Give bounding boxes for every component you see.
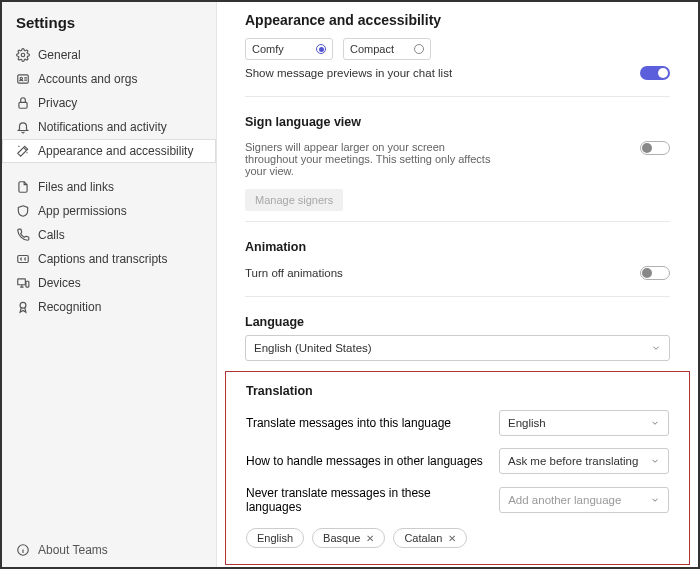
density-compact[interactable]: Compact — [343, 38, 431, 60]
divider — [245, 221, 670, 222]
language-select-value: English (United States) — [254, 342, 372, 354]
sidebar-item-notifications[interactable]: Notifications and activity — [2, 115, 216, 139]
devices-icon — [16, 276, 30, 290]
svg-point-0 — [21, 53, 25, 57]
sign-language-desc: Signers will appear larger on your scree… — [245, 141, 495, 177]
sidebar-item-accounts[interactable]: Accounts and orgs — [2, 67, 216, 91]
sidebar-item-privacy[interactable]: Privacy — [2, 91, 216, 115]
animation-toggle[interactable] — [640, 266, 670, 280]
settings-main[interactable]: Appearance and accessibility Comfy Compa… — [217, 2, 698, 567]
sign-language-title: Sign language view — [245, 115, 670, 129]
sidebar-item-recognition[interactable]: Recognition — [2, 295, 216, 319]
chip-label: Basque — [323, 532, 360, 544]
translation-title: Translation — [246, 384, 669, 398]
preview-label: Show message previews in your chat list — [245, 67, 452, 79]
language-title: Language — [245, 315, 670, 329]
radio-on-icon — [316, 44, 326, 54]
animation-title: Animation — [245, 240, 670, 254]
shield-icon — [16, 204, 30, 218]
chevron-down-icon — [650, 418, 660, 428]
chip-basque[interactable]: Basque ✕ — [312, 528, 385, 548]
svg-rect-3 — [19, 102, 27, 108]
gear-icon — [16, 48, 30, 62]
svg-point-2 — [20, 77, 22, 79]
sidebar-footer-label: About Teams — [38, 543, 108, 557]
sidebar-item-captions[interactable]: Captions and transcripts — [2, 247, 216, 271]
magic-wand-icon — [16, 144, 30, 158]
sidebar-item-general[interactable]: General — [2, 43, 216, 67]
sign-language-toggle[interactable] — [640, 141, 670, 155]
id-card-icon — [16, 72, 30, 86]
chip-catalan[interactable]: Catalan ✕ — [393, 528, 467, 548]
never-translate-chips: English Basque ✕ Catalan ✕ — [246, 528, 669, 548]
lock-icon — [16, 96, 30, 110]
animation-row: Turn off animations — [245, 260, 670, 286]
never-translate-select[interactable]: Add another language — [499, 487, 669, 513]
close-icon[interactable]: ✕ — [448, 533, 456, 544]
file-icon — [16, 180, 30, 194]
svg-rect-1 — [18, 75, 29, 83]
manage-signers-button[interactable]: Manage signers — [245, 189, 343, 211]
chevron-down-icon — [651, 343, 661, 353]
divider — [245, 296, 670, 297]
handle-messages-row: How to handle messages in other language… — [246, 442, 669, 480]
handle-messages-label: How to handle messages in other language… — [246, 454, 483, 468]
info-icon — [16, 543, 30, 557]
translation-section: Translation Translate messages into this… — [225, 371, 690, 565]
sidebar-item-label: Accounts and orgs — [38, 72, 137, 86]
density-compact-label: Compact — [350, 43, 394, 55]
sidebar-item-app-permissions[interactable]: App permissions — [2, 199, 216, 223]
density-options: Comfy Compact — [245, 38, 670, 60]
settings-sidebar: Settings General Accounts and orgs Priva… — [2, 2, 217, 567]
sidebar-item-label: Appearance and accessibility — [38, 144, 193, 158]
density-comfy[interactable]: Comfy — [245, 38, 333, 60]
captions-icon — [16, 252, 30, 266]
sidebar-item-label: General — [38, 48, 81, 62]
svg-rect-5 — [18, 279, 26, 285]
sidebar-item-calls[interactable]: Calls — [2, 223, 216, 247]
translate-into-value: English — [508, 417, 546, 429]
animation-label: Turn off animations — [245, 267, 343, 279]
sidebar-item-files[interactable]: Files and links — [2, 175, 216, 199]
sidebar-footer-about[interactable]: About Teams — [2, 533, 216, 567]
handle-messages-value: Ask me before translating — [508, 455, 638, 467]
never-translate-placeholder: Add another language — [508, 494, 621, 506]
sidebar-item-label: Privacy — [38, 96, 77, 110]
translate-into-row: Translate messages into this language En… — [246, 404, 669, 442]
svg-rect-6 — [26, 281, 29, 287]
chip-label: Catalan — [404, 532, 442, 544]
preview-row: Show message previews in your chat list — [245, 60, 670, 86]
language-select[interactable]: English (United States) — [245, 335, 670, 361]
page-title: Appearance and accessibility — [245, 12, 670, 28]
sidebar-item-devices[interactable]: Devices — [2, 271, 216, 295]
close-icon[interactable]: ✕ — [366, 533, 374, 544]
never-translate-row: Never translate messages in these langua… — [246, 480, 669, 520]
chevron-down-icon — [650, 456, 660, 466]
handle-messages-select[interactable]: Ask me before translating — [499, 448, 669, 474]
settings-window: Settings General Accounts and orgs Priva… — [0, 0, 700, 569]
chip-english[interactable]: English — [246, 528, 304, 548]
radio-off-icon — [414, 44, 424, 54]
preview-toggle[interactable] — [640, 66, 670, 80]
sidebar-item-label: Files and links — [38, 180, 114, 194]
translate-into-label: Translate messages into this language — [246, 416, 451, 430]
never-translate-label: Never translate messages in these langua… — [246, 486, 489, 514]
sidebar-item-label: Calls — [38, 228, 65, 242]
ribbon-icon — [16, 300, 30, 314]
phone-icon — [16, 228, 30, 242]
sidebar-group-2: Files and links App permissions Calls Ca… — [2, 173, 216, 321]
sidebar-item-appearance[interactable]: Appearance and accessibility — [2, 139, 216, 163]
sidebar-group-1: General Accounts and orgs Privacy Notifi… — [2, 41, 216, 165]
sidebar-item-label: Captions and transcripts — [38, 252, 167, 266]
chip-label: English — [257, 532, 293, 544]
sidebar-item-label: Devices — [38, 276, 81, 290]
sign-language-row: Signers will appear larger on your scree… — [245, 135, 670, 183]
bell-icon — [16, 120, 30, 134]
sidebar-title: Settings — [2, 2, 216, 41]
sidebar-item-label: App permissions — [38, 204, 127, 218]
chevron-down-icon — [650, 495, 660, 505]
sidebar-item-label: Notifications and activity — [38, 120, 167, 134]
translate-into-select[interactable]: English — [499, 410, 669, 436]
svg-point-7 — [20, 302, 26, 308]
density-comfy-label: Comfy — [252, 43, 284, 55]
